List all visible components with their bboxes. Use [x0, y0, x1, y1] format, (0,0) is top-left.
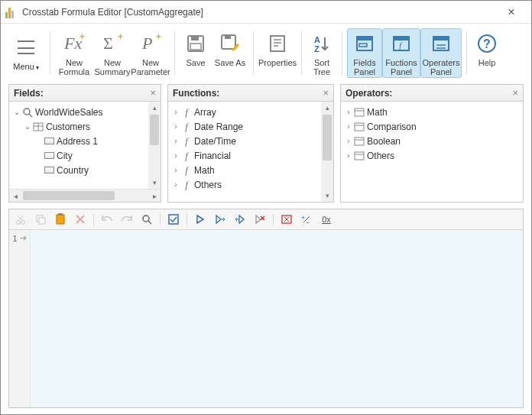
bookmark-button[interactable]: [193, 212, 207, 226]
tree-row[interactable]: ›Boolean: [344, 134, 523, 148]
expand-icon[interactable]: ›: [171, 166, 180, 174]
editor-body: 1 ➔: [9, 230, 523, 407]
expand-icon[interactable]: ›: [171, 180, 180, 189]
svg-rect-10: [225, 35, 231, 39]
expand-icon[interactable]: ›: [344, 108, 353, 116]
fields-panel-close-button[interactable]: ×: [150, 87, 156, 99]
tree-row[interactable]: ›fMath: [171, 163, 333, 177]
functions-panel-close-button[interactable]: ×: [323, 87, 329, 99]
operators-panel-close-button[interactable]: ×: [512, 87, 518, 99]
save-as-button[interactable]: Save As: [212, 28, 248, 78]
copy-button[interactable]: [34, 212, 47, 226]
vertical-scrollbar[interactable]: ▴ ▾: [148, 102, 161, 189]
scroll-right-icon[interactable]: ▸: [148, 192, 161, 200]
functions-panel-button[interactable]: f Fuctions Panel: [382, 28, 420, 78]
operators-tree[interactable]: ›Math ›Comparison ›Boolean ›Others: [341, 102, 523, 163]
svg-text:+: +: [79, 32, 85, 42]
tree-row[interactable]: Country: [12, 163, 161, 177]
function-icon: f: [180, 180, 193, 190]
expand-icon[interactable]: ›: [344, 122, 353, 131]
scroll-thumb[interactable]: [23, 191, 115, 200]
scroll-down-icon[interactable]: ▾: [148, 177, 161, 189]
tree-row[interactable]: ›Math: [344, 105, 523, 119]
expand-icon[interactable]: ›: [344, 137, 353, 145]
operators-panel-title: Operators:: [345, 88, 392, 99]
tree-row[interactable]: ⌄ Customers: [12, 119, 161, 134]
bookmark-clear-button[interactable]: [253, 212, 267, 226]
svg-text:+: +: [301, 214, 305, 222]
properties-button[interactable]: Properties: [258, 28, 297, 78]
expand-icon[interactable]: ›: [171, 108, 180, 116]
tree-node-label: Array: [194, 107, 216, 118]
tree-row[interactable]: ›Comparison: [344, 119, 523, 134]
new-parameter-button[interactable]: P+ New Parameter: [131, 28, 170, 78]
tree-row[interactable]: Address 1: [12, 134, 161, 148]
tree-node-label: Date Range: [194, 122, 243, 132]
tree-row[interactable]: ›Others: [344, 148, 523, 163]
expand-icon[interactable]: ›: [171, 151, 180, 160]
svg-point-42: [17, 221, 21, 225]
functions-tree[interactable]: ›fArray ›fDate Range ›fDate/Time ›fFinan…: [168, 102, 333, 192]
svg-rect-11: [271, 36, 284, 51]
tree-node-label: Address 1: [57, 136, 98, 147]
expand-icon[interactable]: ›: [171, 137, 180, 145]
scroll-thumb[interactable]: [323, 115, 332, 160]
svg-point-52: [143, 216, 149, 222]
scroll-up-icon[interactable]: ▴: [148, 102, 161, 114]
save-button[interactable]: Save: [180, 28, 212, 78]
vertical-scrollbar[interactable]: ▴ ▾: [321, 102, 333, 202]
toggle-something-button[interactable]: +−: [300, 212, 313, 226]
svg-rect-38: [355, 138, 364, 145]
tree-row[interactable]: ›fOthers: [171, 177, 333, 192]
close-button[interactable]: ×: [496, 5, 527, 19]
code-editor[interactable]: [31, 230, 523, 407]
expand-icon[interactable]: ›: [344, 151, 353, 160]
paste-button[interactable]: [54, 212, 67, 226]
help-button[interactable]: ? Help: [472, 28, 502, 78]
operators-panel-button[interactable]: Operaters Panel: [420, 28, 462, 78]
collapse-icon[interactable]: ⌄: [23, 122, 32, 131]
bookmark-next-button[interactable]: [213, 212, 227, 226]
parameter-icon: P+: [138, 31, 163, 56]
expand-icon[interactable]: ›: [171, 122, 180, 131]
chevron-down-icon: ▾: [36, 64, 39, 71]
tree-row[interactable]: ›fDate/Time: [171, 134, 333, 148]
bookmark-prev-button[interactable]: [233, 212, 247, 226]
tree-node-label: Others: [367, 151, 394, 161]
tree-row[interactable]: ›fArray: [171, 105, 333, 119]
scroll-down-icon[interactable]: ▾: [321, 190, 333, 202]
delete-button[interactable]: [73, 212, 87, 226]
tree-row[interactable]: ⌄ WorldWideSales: [12, 105, 161, 119]
title-bar: Crosstab Formula Editor [CustomAggregate…: [1, 1, 531, 24]
function-icon: f: [180, 165, 193, 176]
tree-row[interactable]: ›fDate Range: [171, 119, 333, 134]
tree-row[interactable]: ›fFinancial: [171, 148, 333, 163]
undo-button[interactable]: [100, 212, 114, 226]
scroll-thumb[interactable]: [150, 115, 159, 145]
scroll-left-icon[interactable]: ◂: [9, 192, 21, 200]
collapse-icon[interactable]: ⌄: [12, 108, 21, 116]
operator-icon: [353, 136, 365, 147]
fields-panel-button[interactable]: Fields Panel: [347, 28, 382, 78]
function-icon: f: [180, 151, 193, 161]
new-summary-button[interactable]: Σ+ New Summary: [93, 28, 131, 78]
new-parameter-label: New Parameter: [131, 58, 170, 76]
svg-text:P: P: [141, 34, 152, 53]
operators-panel-header: Operators: ×: [341, 85, 523, 102]
svg-text:+: +: [118, 32, 123, 42]
new-formula-button[interactable]: Fx+ New Formula: [55, 28, 93, 78]
scroll-up-icon[interactable]: ▴: [321, 102, 333, 114]
find-button[interactable]: [140, 212, 154, 226]
hex-button[interactable]: 0x: [320, 212, 333, 226]
fields-tree[interactable]: ⌄ WorldWideSales ⌄ Customers Address 1: [9, 102, 161, 177]
cut-button[interactable]: [14, 212, 28, 226]
svg-text:?: ?: [483, 37, 491, 50]
redo-button[interactable]: [120, 212, 134, 226]
menu-button[interactable]: Menu▾: [7, 28, 45, 78]
operator-icon: [353, 107, 365, 118]
horizontal-scrollbar[interactable]: ◂ ▸: [9, 189, 161, 202]
tree-row[interactable]: City: [12, 148, 161, 163]
sort-tree-button[interactable]: AZ Sort Tree: [307, 28, 337, 78]
clear-error-button[interactable]: [280, 212, 294, 226]
validate-button[interactable]: [167, 212, 180, 226]
